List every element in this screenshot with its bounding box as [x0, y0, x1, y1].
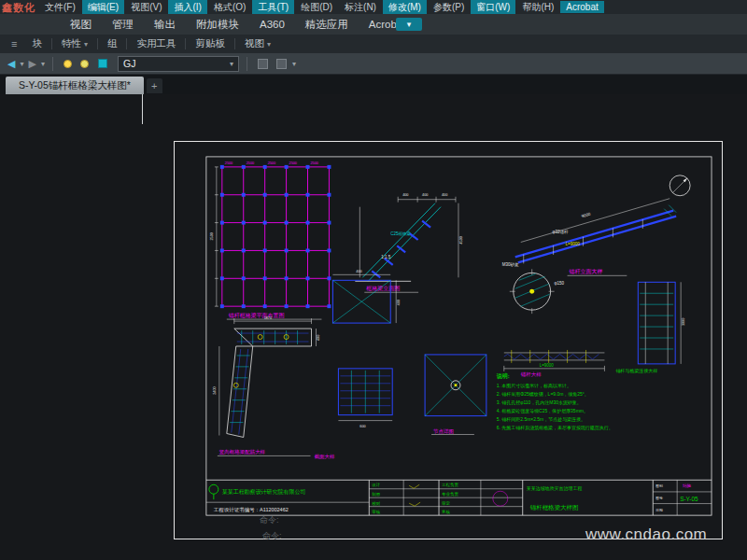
menu-item[interactable]: 插入(I)	[168, 0, 206, 15]
layer-freeze-sun-icon[interactable]	[80, 60, 89, 68]
svg-text:说明:: 说明:	[496, 372, 510, 380]
file-tab-bar: S-Y-05锚杆框格梁大样图* +	[0, 75, 747, 94]
menu-item[interactable]: 工具(T)	[252, 0, 294, 15]
ribbon-panel-0[interactable]: 块	[22, 35, 51, 52]
note-line: 2. 锚杆采用Φ25螺纹钢，L=9.0m，倾角25°。	[497, 391, 589, 398]
svg-text:结施: 结施	[683, 483, 691, 488]
svg-text:制图: 制图	[372, 492, 380, 497]
more-tools-icon[interactable]: ▾	[292, 60, 296, 68]
beam-reinforcement-section: 600	[338, 369, 392, 428]
layer-value: GJ	[123, 58, 135, 69]
ribbon-display-toggle[interactable]: ▾	[396, 18, 422, 31]
ribbon-panel-3[interactable]: 实用工具	[127, 35, 185, 52]
screen-watermark: 鑫数化	[2, 1, 35, 15]
ribbon-panel-5[interactable]: 视图▾	[235, 35, 280, 52]
menu-item[interactable]: 修改(M)	[383, 0, 427, 15]
ribbon-panel-bar: ≡ 块特性▾组实用工具剪贴板视图▾	[0, 35, 747, 53]
svg-text:400: 400	[422, 193, 428, 197]
svg-text:审定: 审定	[442, 501, 450, 506]
panels-menu-icon[interactable]: ≡	[6, 38, 22, 49]
menu-item[interactable]: 绘图(D)	[295, 0, 338, 15]
menu-item[interactable]: 帮助(H)	[516, 0, 559, 15]
svg-text:2500: 2500	[289, 161, 297, 165]
anchor-hole-section: M30砂浆 φ150	[502, 262, 565, 314]
svg-text:复核: 复核	[442, 510, 450, 514]
quick-toolbar: ◀ ▾ ▶ ▾ GJ ▾ ▾	[0, 53, 747, 75]
chevron-down-icon: ▾	[264, 40, 271, 49]
drawing-canvas[interactable]: 2500 锚杆框格梁平面布置图 25002500250025002500 400	[0, 94, 747, 560]
site-watermark: www.cndao.com	[585, 525, 707, 544]
svg-text:2500: 2500	[210, 232, 214, 240]
ribbon-tab-0[interactable]: 视图	[60, 15, 102, 35]
back-dropdown-icon[interactable]: ▾	[20, 60, 23, 68]
toolbar-separator	[52, 57, 53, 71]
menu-item[interactable]: 文件(F)	[39, 0, 81, 15]
layer-dropdown[interactable]: GJ ▾	[118, 56, 239, 72]
node-detail: 节点详图	[425, 355, 486, 435]
drawing-sheet: 2500 锚杆框格梁平面布置图 25002500250025002500 400	[174, 141, 723, 539]
layer-properties-icon[interactable]	[258, 59, 268, 69]
svg-text:设计: 设计	[372, 483, 380, 487]
layer-color-swatch[interactable]	[98, 59, 107, 68]
svg-text:4500: 4500	[459, 236, 463, 244]
menu-item[interactable]: 标注(N)	[339, 0, 382, 15]
anchor-rod-detail: L=9000 锚杆大样	[504, 350, 605, 377]
svg-text:C25框格梁: C25框格梁	[390, 231, 411, 236]
ribbon-tab-1[interactable]: 管理	[102, 15, 144, 35]
ribbon-panel-2[interactable]: 组	[98, 35, 127, 52]
svg-text:φ150: φ150	[555, 281, 565, 286]
ribbon-panel-4[interactable]: 剪贴板	[186, 35, 234, 52]
svg-text:400: 400	[397, 300, 401, 305]
cad-drawing: 2500 锚杆框格梁平面布置图 25002500250025002500 400	[175, 142, 722, 539]
file-tab-active[interactable]: S-Y-05锚杆框格梁大样图*	[6, 77, 144, 94]
company-logo-icon	[209, 484, 218, 499]
svg-text:审核: 审核	[372, 510, 380, 514]
svg-text:竖向框格梁配筋大样: 竖向框格梁配筋大样	[219, 449, 266, 455]
svg-text:日期: 日期	[655, 508, 663, 512]
forward-dropdown-icon[interactable]: ▾	[41, 60, 45, 68]
ribbon-panel-1[interactable]: 特性▾	[52, 35, 97, 52]
svg-text:600: 600	[359, 425, 365, 428]
svg-text:锚杆大样: 锚杆大样	[521, 371, 542, 377]
chevron-down-icon: ▾	[81, 40, 88, 49]
forward-icon[interactable]: ▶	[26, 58, 37, 70]
note-line: 3. 锚孔孔径φ110，孔内注M30水泥砂浆。	[497, 399, 582, 406]
command-line-echo: 命令:	[260, 514, 279, 526]
back-icon[interactable]: ◀	[6, 58, 17, 70]
anchor-beam-elevation: 9000 φ32锚杆 L=9000 锚杆立面大样	[515, 175, 690, 275]
beam-column-section: 3000 锚杆与格梁连接大样	[615, 282, 685, 374]
ribbon-tab-5[interactable]: 精选应用	[295, 15, 359, 35]
svg-text:φ32锚杆: φ32锚杆	[553, 230, 569, 234]
layer-states-icon[interactable]	[276, 59, 287, 69]
menu-item[interactable]: 参数(P)	[428, 0, 470, 15]
company-name: 某某工程勘察设计研究院有限公司	[222, 488, 306, 496]
svg-text:专业负责: 专业负责	[442, 492, 458, 497]
menu-item[interactable]: 窗口(W)	[471, 0, 515, 15]
new-tab-button[interactable]: +	[147, 78, 162, 93]
svg-text:节点详图: 节点详图	[433, 428, 454, 434]
inner-frame	[206, 157, 712, 515]
ribbon-tab-4[interactable]: A360	[249, 16, 295, 33]
note-line: 4. 框格梁砼强度等级C25，保护层厚35mm。	[497, 408, 588, 414]
svg-text:L=9000: L=9000	[566, 242, 581, 246]
drawing-number: S-Y-05	[680, 496, 698, 502]
chevron-down-icon: ▾	[230, 60, 233, 68]
menu-item[interactable]: 编辑(E)	[82, 0, 124, 15]
autocad-window: 鑫数化 文件(F)编辑(E)视图(V)插入(I)格式(O)工具(T)绘图(D)标…	[0, 0, 747, 560]
ribbon-tab-3[interactable]: 附加模块	[186, 15, 249, 35]
svg-text:锚杆立面大样: 锚杆立面大样	[569, 268, 603, 274]
svg-text:2500: 2500	[225, 161, 233, 165]
title-block: 某某工程勘察设计研究院有限公司 工程设计证书编号：A112002462 设计 制…	[206, 480, 712, 515]
layer-on-bulb-icon[interactable]	[63, 60, 72, 68]
menu-item[interactable]: Acrobat	[560, 1, 603, 13]
menu-item[interactable]: 格式(O)	[208, 0, 251, 15]
svg-text:锚杆与格梁连接大样: 锚杆与格梁连接大样	[615, 368, 657, 374]
svg-text:400: 400	[402, 193, 408, 197]
toolbar-separator	[247, 57, 247, 71]
svg-text:1870: 1870	[264, 316, 272, 320]
svg-text:400: 400	[317, 335, 320, 341]
menu-item[interactable]: 视图(V)	[125, 0, 167, 15]
drawing-title: 锚杆框格梁大样图	[529, 504, 579, 511]
north-arrow	[669, 175, 690, 196]
ribbon-tab-2[interactable]: 输出	[144, 15, 186, 35]
